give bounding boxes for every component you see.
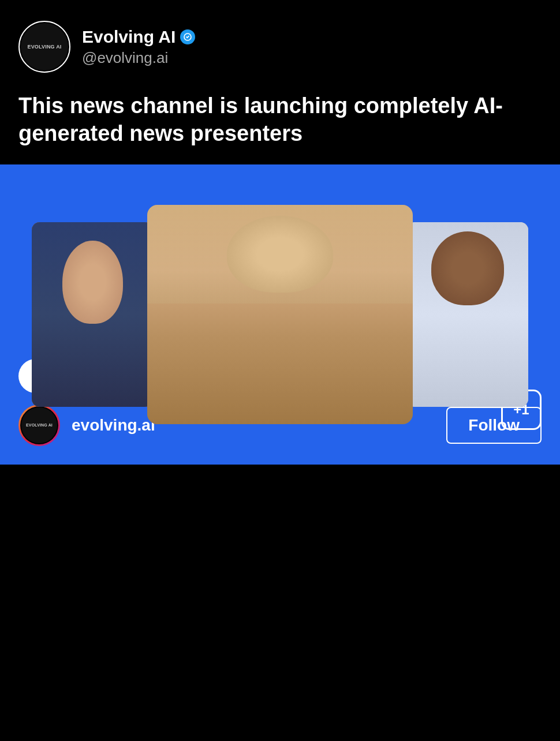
media-cards [32,193,528,436]
account-display-name: Evolving AI [82,27,176,47]
checkmark-icon [183,32,192,42]
presenter-center-image [147,205,413,424]
author-avatar-image: EVOLVING AI [21,407,57,443]
avatar-image: EVOLVING AI [21,23,68,70]
author-avatar[interactable]: EVOLVING AI [18,405,60,446]
presenter-right-image [407,222,528,407]
account-name-row: Evolving AI [82,27,195,47]
header-avatar[interactable]: EVOLVING AI [18,21,70,73]
header-account-info: Evolving AI @evolving.ai [82,27,195,67]
presenter-card-right[interactable] [407,222,528,407]
post-header: EVOLVING AI Evolving AI @evolving.ai [0,0,560,87]
presenter-card-center[interactable] [147,205,413,424]
presenter-card-left[interactable] [32,222,153,407]
presenter-left-image [32,222,153,407]
follow-button[interactable]: Follow [446,407,542,444]
verified-badge [180,29,195,44]
account-handle: @evolving.ai [82,49,195,67]
post-title: This news channel is launching completel… [0,87,560,164]
